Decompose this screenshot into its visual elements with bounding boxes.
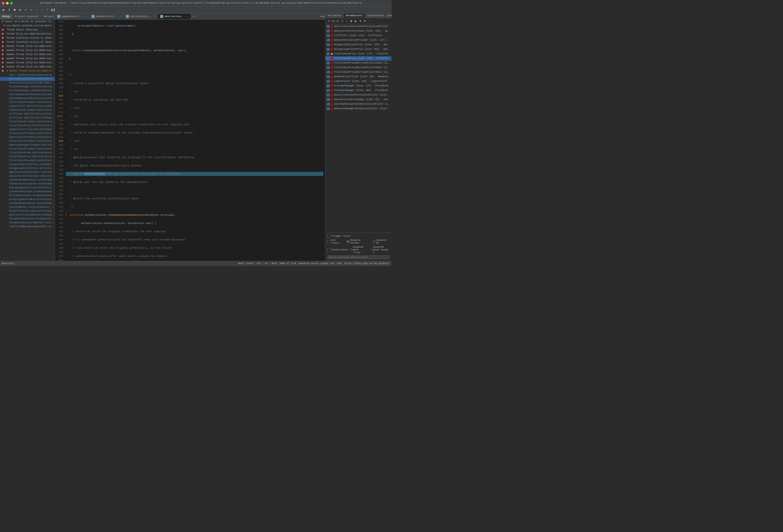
stack-username-filter-2[interactable]: UsernamePasswordAuthenticationFilter(Abs…	[0, 96, 55, 100]
tab-servers[interactable]: Servers	[41, 14, 57, 19]
suspend-thread-radio[interactable]: Suspend thread	[347, 239, 369, 244]
suspend-vm-radio-circle[interactable]	[373, 240, 375, 243]
thread-exec-5[interactable]: Daemon Thread [http-nio-8080-exec-5] (Ru…	[0, 61, 55, 65]
suspend-when-value-radio[interactable]: Suspend when value c	[371, 246, 390, 254]
thread-exec-2[interactable]: Daemon Thread [http-nio-8080-exec-2] (Ru…	[0, 48, 55, 53]
maximize-editor-icon[interactable]: ⊠	[323, 15, 324, 18]
source-code[interactable]: principalToReturn = user.getUsername(); …	[64, 20, 325, 266]
bp-checkbox-14[interactable]: ✓	[327, 85, 330, 87]
tab-project-explorer[interactable]: Project Explorer	[12, 14, 41, 19]
stack-appfilterchain[interactable]: ApplicationFilterChain.internalDoFilter(…	[0, 170, 55, 174]
minimize-button[interactable]	[6, 2, 9, 5]
bp-filterchain-214[interactable]: ✓ FilterChainProxy [line: 214] - FilterC…	[325, 56, 392, 61]
stack-accesslog[interactable]: AccessLogValve(AbstractAccessLogValve).i…	[0, 197, 55, 201]
thread-catalina-2[interactable]: Thread [Catalina-utility-2] (Running)	[0, 40, 55, 44]
thread-main[interactable]: Thread [main] (Running)	[0, 28, 55, 32]
bp-checkbox-10[interactable]: ✓	[327, 66, 330, 69]
stack-filterchain-5[interactable]: FilterChainProxy$VirtualFilterChain.doFi…	[0, 139, 55, 143]
conditional-checkbox[interactable]	[327, 248, 330, 251]
bp-checkbox-19[interactable]: ✓	[327, 107, 330, 110]
stack-taskthread[interactable]: TaskThread$WrappingRunnable.run() line: …	[0, 225, 55, 229]
stack-filterchain-internal-2[interactable]: FilterChainProxy.doFilterInternal(HttpSe…	[0, 151, 55, 155]
tab-appweb[interactable]: J AppWebSecuri... ✕	[55, 14, 89, 19]
stack-filterchain-3[interactable]: FilterChainProxy$VirtualFilterChain.doFi…	[0, 120, 55, 124]
server-root[interactable]: ▼ Tomcat v9.0 Server at localhost [Apach…	[0, 20, 55, 24]
tab-breakpoints[interactable]: Breakpoints	[344, 13, 365, 18]
bp-checkbox-13[interactable]: ✓	[327, 80, 330, 83]
stack-webasync[interactable]: WebAsyncManagerIntegrationFilter(OncePer…	[0, 143, 55, 147]
close-button[interactable]	[2, 2, 5, 5]
suspend-when-true-circle[interactable]	[350, 248, 352, 251]
bp-security-context[interactable]: ✓ SecurityContextPersistenceFilter [line…	[325, 93, 392, 97]
server-process[interactable]: ▼ org.apache.catalina.startup.Bootstrap …	[0, 24, 55, 28]
suspend-when-true-radio[interactable]: Suspend when 'true'	[350, 246, 368, 254]
bp-checkbox-12[interactable]: ✓	[327, 75, 330, 78]
close-tab-admin[interactable]: ✕	[120, 15, 121, 18]
stack-http11[interactable]: Http11Processor(AbstractProcessor).proce…	[0, 209, 55, 213]
stack-standardwrapper[interactable]: StandardWrapperValve.invoke(Request, Res…	[0, 178, 55, 182]
bp-headerwriter[interactable]: ✓ HeaderWriterFilter [line: 66] - Header…	[325, 74, 392, 79]
bp-provider-199[interactable]: ✓ ProviderManager [line: 199] - Provider…	[325, 88, 392, 93]
bp-logout[interactable]: ✓ LogoutFilter [line: 116] - LogoutFilte…	[325, 79, 392, 84]
stack-filterchain-2[interactable]: FilterChainProxy$VirtualFilterChain.doFi…	[0, 108, 55, 112]
bp-abstract-user[interactable]: ✓ AbstractUserDetailsAuthenticationProvi…	[325, 24, 392, 29]
stack-standardcontext[interactable]: StandardContextValve.invoke(Request, Res…	[0, 182, 55, 186]
stack-threadpool-worker[interactable]: ThreadPoolExecutor$Worker.run() line: 62…	[0, 221, 55, 225]
bp-checkbox-3[interactable]: ✓	[327, 34, 330, 37]
enable-all-button[interactable]: ☑	[336, 19, 340, 23]
stack-abstractprotocol[interactable]: AbstractProtocol$ConnectionHandler<S>.pr…	[0, 213, 55, 217]
bp-username-filter[interactable]: ✓ UsernamePasswordAuthenticationFilter […	[325, 102, 392, 106]
stack-standardengine[interactable]: StandardEngineValve.invoke(Request, Resp…	[0, 201, 55, 205]
suspend-thread-radio-circle[interactable]	[347, 240, 349, 243]
thread-exec-4[interactable]: Daemon Thread [http-nio-8080-exec-4] (Ru…	[0, 57, 55, 61]
more-options-button[interactable]: ⋯	[368, 19, 372, 23]
stack-dao-auth-2[interactable]: DaoAuthenticationProvider(AbstractUserDe…	[0, 81, 55, 85]
toggle-breakpoints-button[interactable]: ❚❚	[51, 7, 55, 12]
bp-checkbox-2[interactable]: ✓	[327, 30, 330, 32]
tab-abstractuse[interactable]: J AbstractUse... ✕	[158, 14, 190, 19]
stack-filterchain-do[interactable]: FilterChainProxy.doFilter(ServletRequest…	[0, 155, 55, 159]
thread-exec-7[interactable]: ▼ Daemon Thread [http-nio-8080-exec-7] (…	[0, 69, 55, 73]
expand-all-button[interactable]: ↕	[345, 19, 349, 23]
tab-expressions[interactable]: Expressions	[365, 13, 387, 18]
stack-logout[interactable]: LogoutFilter.doFilter(ServletRequest, Se…	[0, 104, 55, 108]
minimize-editor-icon[interactable]: ⊟	[320, 15, 322, 18]
stack-filterchain-177[interactable]: FilterChainProxy$VirtualFilterChain.doFi…	[0, 159, 55, 163]
bp-filterchain-177[interactable]: ✓ FilterChainProxy [line: 177] - FilterC…	[325, 52, 392, 56]
suspend-vm-radio[interactable]: Suspend VM	[373, 239, 390, 244]
tab-userdetails[interactable]: J UserDetailsS... ✕	[124, 14, 158, 19]
thread-exec-3[interactable]: Daemon Thread [http-nio-8080-exec-3] (Ru…	[0, 53, 55, 57]
remove-breakpoint-button[interactable]: ✕	[326, 19, 331, 23]
collapse-button[interactable]: ▼	[358, 19, 363, 23]
remove-all-breakpoints-button[interactable]: ✕✕	[331, 19, 335, 23]
stack-appfilterchain-2[interactable]: ApplicationFilterChain.doFilter(ServletR…	[0, 174, 55, 178]
bp-filterchain-331[interactable]: ✓ FilterChainProxy$VirtualFilterChain [l…	[325, 70, 392, 74]
stack-delegating-2[interactable]: DelegatingFilterProxy.doFilter(ServletRe…	[0, 166, 55, 170]
bp-checkbox-17[interactable]: ✓	[327, 98, 330, 101]
close-tab-appweb[interactable]: ✕	[85, 15, 87, 18]
bp-checkbox-18[interactable]: ✓	[327, 103, 330, 106]
bp-checkbox-7[interactable]: ✓	[327, 53, 330, 55]
bp-checkbox-8[interactable]: ✓	[327, 57, 330, 60]
stack-filterchain-internal[interactable]: FilterChainProxy.doFilterInternal(HttpSe…	[0, 124, 55, 128]
bp-checkbox-1[interactable]: ✓	[327, 25, 330, 28]
bp-csrf[interactable]: ✓ CsrfFilter [line: 124] - CsrfFilter	[325, 33, 392, 38]
tab-more[interactable]: ≡	[191, 14, 197, 19]
stack-headerwriter[interactable]: HeaderWriterFilter(OncePerRequestFilter)…	[0, 128, 55, 131]
thread-catalina-1[interactable]: Thread [Catalina-utility-1] (Running)	[0, 36, 55, 40]
bp-filterchain-320[interactable]: ✓ FilterChainProxy$VirtualFilterChain [l…	[325, 65, 392, 70]
bp-checkbox-11[interactable]: ✓	[327, 71, 330, 74]
stack-nonlogin[interactable]: NonLoginAuthenticator(AuthenticatorBase)…	[0, 186, 55, 190]
step-return-button[interactable]: ↕	[34, 7, 39, 12]
terminate-button[interactable]: ⏹	[12, 7, 17, 12]
bp-dao-auth[interactable]: ✓ DaoAuthenticationProvider [line: 114] …	[325, 38, 392, 42]
skip-all-button[interactable]: ⚡	[349, 19, 353, 23]
stack-dao-auth[interactable]: DaoAuthenticationProvider(AbstractUserDe…	[0, 77, 55, 81]
tab-debug[interactable]: Debug	[0, 14, 12, 19]
right-panel-maximize-icon[interactable]: ⊞	[390, 14, 392, 18]
stack-filterchain-1[interactable]: FilterChainProxy$VirtualFilterChain.doFi…	[0, 100, 55, 104]
stack-csrf[interactable]: CsrfFilter.doFilterInternal(HttpServletR…	[0, 112, 55, 116]
stack-username-filter[interactable]: UsernamePasswordAuthenticationFilter.att…	[0, 93, 55, 96]
right-panel-minimize-icon[interactable]: ⊟	[387, 14, 389, 18]
maximize-button[interactable]	[10, 2, 13, 5]
